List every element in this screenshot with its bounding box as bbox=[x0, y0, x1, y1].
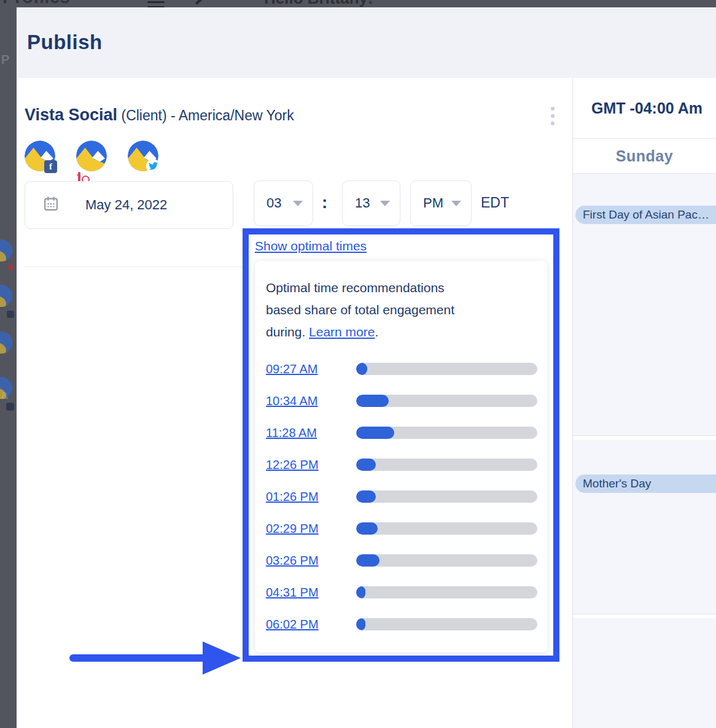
engagement-bar bbox=[356, 459, 537, 471]
calendar-icon bbox=[42, 195, 60, 215]
backdrop-greeting: Hello Brittany! bbox=[264, 0, 373, 7]
annotation-arrow-head bbox=[203, 641, 241, 675]
optimal-time-link[interactable]: 06:02 PM bbox=[266, 618, 356, 632]
meridiem-select[interactable]: PM bbox=[410, 180, 472, 226]
backdrop-top-strip: Profiles Hello Brittany! bbox=[0, 0, 716, 7]
chevron-down-icon bbox=[380, 201, 390, 206]
minute-value: 13 bbox=[355, 195, 370, 211]
backdrop-avatar-fragment bbox=[0, 285, 12, 307]
publish-screen: Profiles Hello Brittany! P a Publish Vis… bbox=[0, 0, 716, 728]
engagement-bar bbox=[356, 427, 537, 439]
optimal-time-row: 03:26 PM bbox=[266, 544, 537, 576]
optimal-time-link[interactable]: 11:28 AM bbox=[266, 426, 356, 440]
optimal-time-row: 02:29 PM bbox=[266, 513, 537, 544]
calendar-event[interactable]: Mother's Day bbox=[575, 474, 716, 493]
optimal-time-link[interactable]: 03:26 PM bbox=[266, 554, 356, 568]
date-picker[interactable]: May 24, 2022 bbox=[25, 181, 233, 229]
backdrop-avatar-fragment bbox=[0, 239, 12, 261]
backdrop-badge-fragment bbox=[6, 403, 14, 411]
date-value: May 24, 2022 bbox=[85, 197, 167, 213]
event-title: First Day of Asian Pac… bbox=[583, 208, 709, 222]
optimal-time-row: 11:28 AM bbox=[266, 417, 537, 449]
more-options-button[interactable] bbox=[548, 107, 557, 129]
profile-avatar-facebook[interactable]: f bbox=[25, 141, 55, 171]
profile-avatar-instagram[interactable] bbox=[76, 141, 107, 171]
optimal-time-row: 04:31 PM bbox=[266, 576, 537, 608]
optimal-times-description: Optimal time recommendations based share… bbox=[266, 277, 482, 343]
optimal-time-link[interactable]: 02:29 PM bbox=[266, 522, 356, 536]
calendar-cell[interactable]: Mother's Day bbox=[573, 440, 716, 614]
backdrop-left-strip: P a bbox=[0, 7, 17, 728]
optimal-time-link[interactable]: 12:26 PM bbox=[266, 458, 356, 472]
engagement-bar bbox=[356, 395, 537, 407]
calendar-timezone-header: GMT -04:00 Am bbox=[573, 78, 716, 138]
twitter-icon bbox=[146, 159, 160, 173]
calendar-cell[interactable]: 9:27p If you're looki bbox=[573, 618, 716, 728]
facebook-icon: f bbox=[44, 160, 57, 173]
event-title: Mother's Day bbox=[583, 477, 651, 490]
pencil-icon bbox=[195, 0, 209, 5]
optimal-times-popup: Show optimal times Optimal time recommen… bbox=[243, 228, 559, 662]
calendar-event[interactable]: First Day of Asian Pac… bbox=[575, 206, 716, 224]
optimal-time-link[interactable]: 01:26 PM bbox=[266, 490, 356, 504]
backdrop-badge-fragment bbox=[7, 311, 14, 318]
backdrop-avatar-fragment bbox=[0, 331, 12, 354]
time-colon: : bbox=[322, 193, 327, 212]
engagement-bar bbox=[356, 363, 537, 375]
menu-icon bbox=[147, 0, 165, 7]
hour-value: 03 bbox=[267, 195, 281, 211]
engagement-bar bbox=[356, 522, 537, 535]
show-optimal-times-link[interactable]: Show optimal times bbox=[255, 238, 367, 254]
optimal-time-row: 01:26 PM bbox=[266, 481, 537, 513]
minute-select[interactable]: 13 bbox=[342, 180, 400, 226]
engagement-bar bbox=[356, 586, 537, 598]
meridiem-value: PM bbox=[423, 195, 443, 211]
vista-social-logo-icon bbox=[76, 141, 107, 171]
profile-group-title: Vista Social (Client) - America/New York bbox=[25, 106, 294, 125]
calendar-day-header: Sunday bbox=[573, 138, 716, 174]
optimal-times-list: 09:27 AM 10:34 AM 11:28 AM 12:26 PM 01:2… bbox=[266, 353, 537, 640]
optimal-time-row: 12:26 PM bbox=[266, 449, 537, 481]
timezone-header-text: GMT -04:00 Am bbox=[591, 99, 702, 117]
engagement-bar bbox=[356, 618, 537, 630]
profile-group-detail: (Client) - America/New York bbox=[117, 107, 294, 123]
optimal-description-period: . bbox=[375, 325, 378, 339]
optimal-times-card: Optimal time recommendations based share… bbox=[255, 261, 547, 652]
backdrop-profiles-label: Profiles bbox=[2, 0, 70, 7]
optimal-time-link[interactable]: 04:31 PM bbox=[266, 586, 356, 600]
optimal-time-row: 09:27 AM bbox=[266, 353, 537, 385]
learn-more-link[interactable]: Learn more bbox=[309, 325, 375, 339]
modal-header: Publish bbox=[17, 7, 716, 78]
engagement-bar bbox=[356, 490, 537, 503]
profile-avatar-twitter[interactable] bbox=[128, 141, 158, 171]
calendar-cell[interactable]: First Day of Asian Pac… bbox=[573, 174, 716, 436]
optimal-time-link[interactable]: 10:34 AM bbox=[266, 394, 356, 408]
backdrop-letter-p: P bbox=[1, 53, 9, 67]
optimal-time-link[interactable]: 09:27 AM bbox=[266, 362, 356, 376]
timezone-label: EDT bbox=[481, 195, 509, 211]
annotation-arrow bbox=[69, 654, 206, 662]
chevron-down-icon bbox=[293, 201, 303, 206]
backdrop-badge-fragment bbox=[7, 264, 14, 271]
profile-group-name: Vista Social bbox=[25, 106, 117, 124]
day-header-text: Sunday bbox=[616, 147, 673, 165]
optimal-time-row: 06:02 PM bbox=[266, 608, 537, 640]
backdrop-avatar-fragment bbox=[0, 377, 12, 399]
engagement-bar bbox=[356, 554, 537, 567]
hour-select[interactable]: 03 bbox=[254, 180, 313, 226]
page-title: Publish bbox=[27, 31, 103, 54]
optimal-time-row: 10:34 AM bbox=[266, 385, 537, 417]
chevron-down-icon bbox=[451, 201, 461, 206]
